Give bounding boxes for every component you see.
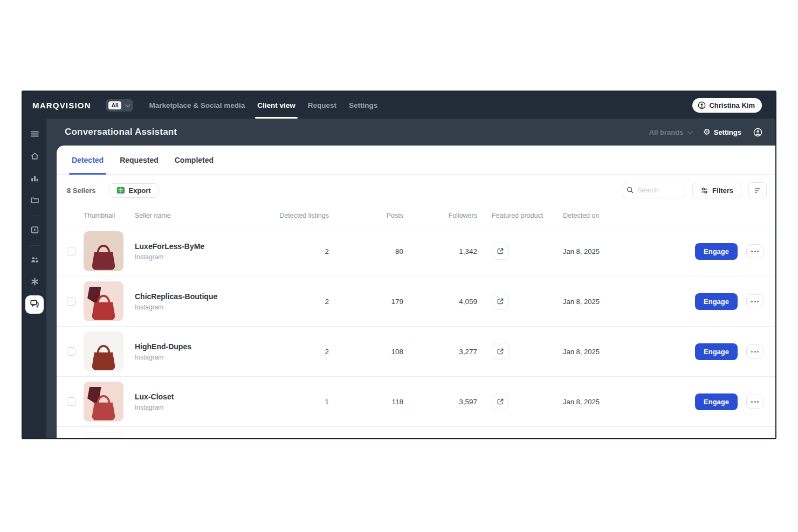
user-account-button[interactable]: Christina Kim: [692, 98, 762, 113]
nav-marketplace-social-media[interactable]: Marketplace & Social media: [148, 92, 246, 119]
more-options-icon: [751, 251, 759, 252]
seller-platform: Instagram: [135, 404, 251, 411]
brand-selector[interactable]: All brands: [649, 128, 692, 136]
sort-icon: [754, 188, 761, 194]
tab-bar: Detected Requested Completed: [57, 146, 775, 175]
posts-value: 80: [329, 247, 403, 255]
sidebar-item-automation[interactable]: [25, 273, 44, 292]
seller-name: LuxeForLess-ByMe: [135, 242, 251, 251]
engage-button[interactable]: Engage: [695, 243, 738, 260]
featured-product-link-button[interactable]: [492, 393, 509, 410]
header-seller-name: Seller name: [135, 212, 251, 219]
followers-value: 3,597: [403, 398, 477, 406]
search-box: [622, 183, 685, 198]
folder-icon: [30, 196, 39, 207]
settings-button[interactable]: ⚙ Settings: [703, 128, 741, 136]
content-card: Detected Requested Completed 8 Sellers E…: [57, 146, 775, 438]
sidebar-item-team[interactable]: [25, 251, 44, 270]
org-badge: All: [108, 101, 122, 109]
posts-value: 179: [329, 298, 403, 306]
table-row: Lux-Closet Instagram 1 118 3,597 Jan 8, …: [57, 377, 775, 427]
profile-button[interactable]: [753, 128, 762, 137]
filters-label: Filters: [712, 186, 733, 195]
sidebar-item-projects[interactable]: [25, 192, 44, 210]
left-sidebar: [23, 119, 46, 438]
export-label: Export: [129, 186, 151, 195]
spreadsheet-icon: [116, 186, 125, 194]
sidebar-item-menu[interactable]: [25, 126, 44, 144]
row-more-options-button[interactable]: [746, 244, 763, 258]
engage-button[interactable]: Engage: [695, 343, 738, 360]
settings-label: Settings: [714, 128, 741, 136]
detected-listings-value: 2: [251, 298, 329, 306]
filter-sliders-icon: [700, 187, 708, 194]
detected-listings-value: 2: [251, 348, 329, 356]
external-link-icon: [497, 348, 504, 355]
external-link-icon: [497, 247, 504, 255]
main-area: Conversational Assistant All brands ⚙ Se…: [46, 119, 775, 438]
row-checkbox[interactable]: [67, 347, 75, 356]
table-row-partial: [57, 427, 775, 438]
seller-thumbnail[interactable]: [84, 382, 123, 422]
featured-product-link-button[interactable]: [492, 243, 509, 260]
row-more-options-button[interactable]: [746, 395, 763, 409]
followers-value: 4,059: [403, 298, 477, 306]
export-button[interactable]: Export: [109, 183, 159, 198]
users-icon: [30, 255, 39, 266]
page-header: Conversational Assistant All brands ⚙ Se…: [46, 119, 775, 146]
table-header-row: Thumbnail Seller name Detected listings …: [57, 205, 775, 226]
engage-button[interactable]: Engage: [695, 393, 738, 410]
row-more-options-button[interactable]: [746, 294, 763, 308]
seller-name: ChicReplicas-Boutique: [135, 292, 251, 301]
seller-thumbnail: [84, 432, 123, 439]
tab-requested[interactable]: Requested: [117, 146, 161, 174]
external-link-icon: [497, 398, 504, 405]
seller-platform: Instagram: [135, 354, 251, 361]
engage-button[interactable]: Engage: [695, 293, 738, 310]
nav-settings[interactable]: Settings: [348, 92, 379, 119]
row-checkbox[interactable]: [67, 297, 75, 306]
header-followers: Followers: [403, 212, 477, 219]
table-row: HighEnd-Dupes Instagram 2 108 3,277 Jan …: [57, 327, 775, 377]
nav-request[interactable]: Request: [307, 92, 338, 119]
tab-detected[interactable]: Detected: [69, 146, 106, 174]
app-window: MARQVISION All Marketplace & Social medi…: [22, 91, 776, 439]
row-checkbox[interactable]: [67, 247, 75, 255]
home-icon: [30, 151, 39, 163]
asterisk-icon: [30, 277, 39, 288]
header-detected-on: Detected on: [563, 212, 659, 219]
followers-value: 3,277: [403, 348, 477, 356]
seller-name: HighEnd-Dupes: [135, 342, 251, 351]
table-toolbar: 8 Sellers Export: [57, 175, 775, 205]
sidebar-item-conversations[interactable]: [25, 295, 44, 314]
seller-thumbnail[interactable]: [84, 231, 123, 271]
sidebar-divider: [29, 216, 40, 216]
org-selector[interactable]: All: [106, 99, 134, 112]
filters-button[interactable]: Filters: [692, 183, 741, 198]
detected-on-value: Jan 8, 2025: [563, 398, 659, 406]
tab-completed[interactable]: Completed: [172, 146, 216, 174]
posts-value: 108: [329, 348, 403, 356]
featured-product-link-button[interactable]: [492, 293, 509, 310]
featured-product-link-button[interactable]: [492, 343, 509, 360]
seller-thumbnail[interactable]: [84, 281, 123, 321]
seller-thumbnail[interactable]: [84, 331, 123, 371]
sort-button[interactable]: [748, 182, 767, 198]
more-options-icon: [751, 301, 759, 302]
sidebar-item-home[interactable]: [25, 148, 44, 166]
top-nav-items: Marketplace & Social media Client view R…: [148, 92, 379, 119]
sidebar-item-analytics[interactable]: [25, 170, 44, 188]
sidebar-item-media[interactable]: [25, 222, 44, 240]
video-icon: [30, 225, 39, 237]
row-more-options-button[interactable]: [746, 344, 763, 358]
detected-on-value: Jan 8, 2025: [563, 247, 659, 255]
more-options-icon: [751, 401, 759, 403]
external-link-icon: [497, 298, 504, 305]
header-posts: Posts: [329, 212, 403, 219]
header-featured-product: Featured product: [477, 212, 563, 219]
more-options-icon: [751, 351, 759, 353]
chevron-down-icon: [125, 102, 130, 107]
detected-listings-value: 1: [251, 398, 329, 406]
nav-client-view[interactable]: Client view: [256, 92, 297, 119]
row-checkbox[interactable]: [67, 397, 75, 406]
